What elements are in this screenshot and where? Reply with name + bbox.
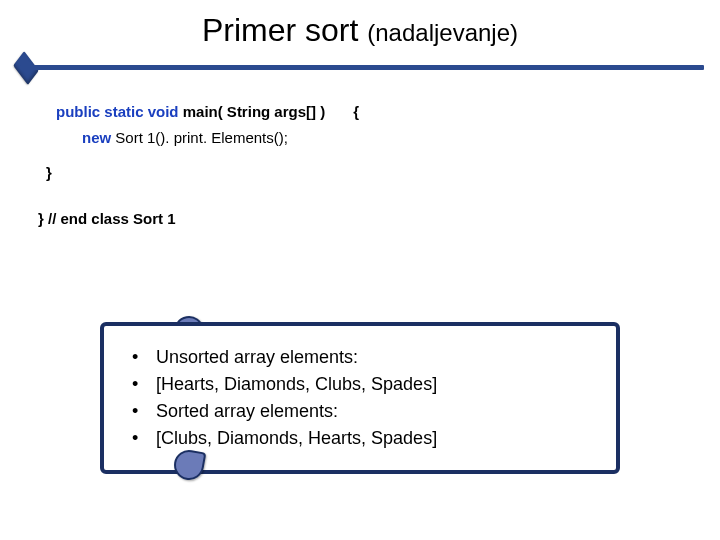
- keyword-modifiers: public static void: [56, 103, 179, 120]
- slide-title-area: Primer sort (nadaljevanje): [0, 0, 720, 49]
- keyword-new: new: [82, 129, 111, 146]
- output-row: • [Hearts, Diamonds, Clubs, Spades]: [132, 371, 598, 398]
- method-signature: main( String args[] ): [179, 103, 326, 120]
- output-line: [Hearts, Diamonds, Clubs, Spades]: [156, 371, 437, 398]
- bullet-icon: •: [132, 371, 142, 398]
- output-row: • [Clubs, Diamonds, Hearts, Spades]: [132, 425, 598, 452]
- title-main: Primer sort: [202, 12, 358, 48]
- output-scroll-box: • Unsorted array elements: • [Hearts, Di…: [100, 322, 620, 474]
- title-divider: [0, 59, 720, 79]
- code-line-2: new Sort 1(). print. Elements();: [82, 125, 720, 151]
- output-line: Unsorted array elements:: [156, 344, 358, 371]
- code-line-4: } // end class Sort 1: [38, 206, 720, 232]
- output-row: • Sorted array elements:: [132, 398, 598, 425]
- method-body: Sort 1(). print. Elements();: [111, 129, 288, 146]
- output-line: [Clubs, Diamonds, Hearts, Spades]: [156, 425, 437, 452]
- code-line-3: }: [46, 160, 720, 186]
- bullet-icon: •: [132, 398, 142, 425]
- code-block: public static void main( String args[] )…: [56, 99, 720, 231]
- output-line: Sorted array elements:: [156, 398, 338, 425]
- code-line-1: public static void main( String args[] )…: [56, 99, 720, 125]
- bullet-icon: •: [132, 344, 142, 371]
- slide-title: Primer sort (nadaljevanje): [0, 12, 720, 49]
- divider-bar: [20, 65, 704, 70]
- output-row: • Unsorted array elements:: [132, 344, 598, 371]
- output-scroll-wrap: • Unsorted array elements: • [Hearts, Di…: [100, 322, 620, 474]
- title-subtitle: (nadaljevanje): [367, 19, 518, 46]
- open-brace: {: [353, 103, 359, 120]
- bullet-icon: •: [132, 425, 142, 452]
